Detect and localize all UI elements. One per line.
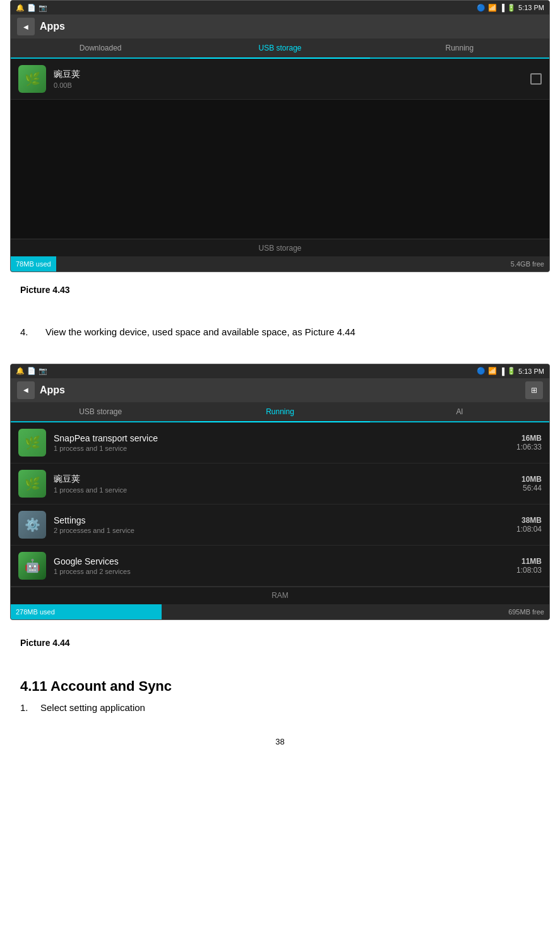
app-meta-settings: 38MB 1:08:04 <box>516 516 542 534</box>
item-text-4: View the working device, used space and … <box>45 325 355 340</box>
bluetooth-icon-2: 🔵 <box>477 367 486 375</box>
app-name-settings: Settings <box>54 515 509 525</box>
time-display-1: 5:13 PM <box>518 4 544 11</box>
app-desc-google: 1 process and 2 services <box>54 568 509 575</box>
action-button-2[interactable]: ⊞ <box>525 381 543 399</box>
status-bar-left-1: 🔔 📄 📷 <box>16 4 47 12</box>
app-icon-wandoujia-2: 🌿 <box>18 470 46 498</box>
app-name-wandoujia-2: 豌豆荚 <box>54 474 514 485</box>
app-name-snappea: SnapPea transport service <box>54 433 509 443</box>
app-icon-snappea: 🌿 <box>18 429 46 457</box>
list-text-1: Select setting application <box>40 702 145 713</box>
app-time-settings: 1:08:04 <box>516 525 542 534</box>
app-item-wandoujia-2[interactable]: 🌿 豌豆荚 1 process and 1 service 10MB 56:44 <box>11 463 549 505</box>
item-number-4: 4. <box>20 325 45 340</box>
back-button-2[interactable]: ◀ <box>17 381 35 399</box>
app-icon-wandoujia-1: 🌿 <box>18 65 46 93</box>
status-bar-right-2: 🔵 📶 ▐ 🔋 5:13 PM <box>477 367 544 375</box>
caption-area-1: Picture 4.43 <box>10 272 550 306</box>
app-item-google[interactable]: 🤖 Google Services 1 process and 2 servic… <box>11 546 549 587</box>
back-button-1[interactable]: ◀ <box>17 18 35 35</box>
app-name-google: Google Services <box>54 556 509 566</box>
storage-free-1: 5.4GB free <box>56 256 549 272</box>
app-icon-google: 🤖 <box>18 552 46 580</box>
back-icon-1: ◀ <box>23 23 28 30</box>
signal-icon: ▐ <box>499 4 504 11</box>
battery-icon: 🔋 <box>507 4 516 12</box>
caption-area-2: Picture 4.44 <box>10 625 550 659</box>
app-item-settings[interactable]: ⚙️ Settings 2 processes and 1 service 38… <box>11 505 549 546</box>
app-info-settings: Settings 2 processes and 1 service <box>54 515 509 534</box>
app-desc-wandoujia-2: 1 process and 1 service <box>54 486 514 494</box>
empty-area-1 <box>11 100 549 239</box>
caption-1: Picture 4.43 <box>20 285 540 295</box>
status-bar-1: 🔔 📄 📷 🔵 📶 ▐ 🔋 5:13 PM <box>11 1 549 15</box>
app-time-google: 1:08:03 <box>516 566 542 575</box>
list-item-1: 1. Select setting application <box>20 702 540 713</box>
storage-free-2: 695MB free <box>162 604 549 619</box>
tab-bar-2: USB storage Running Al <box>11 402 549 422</box>
app-list-1: 🌿 豌豆荚 0.00B <box>11 59 549 239</box>
app-size-settings: 38MB <box>516 516 542 525</box>
list-bullet-1: 1. <box>20 702 40 713</box>
bottom-label-1: USB storage <box>11 239 549 256</box>
storage-used-1: 78MB used <box>11 256 56 272</box>
storage-bar-1: 78MB used 5.4GB free <box>11 256 549 272</box>
app-header-1: ◀ Apps <box>11 15 549 39</box>
tab-bar-1: Downloaded USB storage Running <box>11 39 549 59</box>
tab-running[interactable]: Running <box>370 39 549 57</box>
app-info-google: Google Services 1 process and 2 services <box>54 556 509 575</box>
camera-icon-2: 📷 <box>39 367 47 375</box>
wifi-icon-2: 📶 <box>488 367 497 375</box>
camera-icon: 📷 <box>39 4 47 12</box>
app-size-snappea: 16MB <box>516 434 542 443</box>
wifi-icon: 📶 <box>488 4 497 12</box>
app-list-2: 🌿 SnapPea transport service 1 process an… <box>11 422 549 587</box>
notification-icon-2: 🔔 <box>16 367 25 375</box>
app-desc-snappea: 1 process and 1 service <box>54 445 509 452</box>
time-display-2: 5:13 PM <box>518 367 544 375</box>
bluetooth-icon: 🔵 <box>477 4 486 12</box>
storage-bar-2: 278MB used 695MB free <box>11 604 549 619</box>
tab-usb-storage[interactable]: USB storage <box>190 39 369 59</box>
ram-label: RAM <box>11 587 549 604</box>
app-title-2: Apps <box>40 385 65 396</box>
section-area: 4.11 Account and Sync 1. Select setting … <box>10 659 550 724</box>
app-info-snappea: SnapPea transport service 1 process and … <box>54 433 509 452</box>
back-icon-2: ◀ <box>23 386 28 393</box>
app-desc-wandoujia-1: 0.00B <box>54 81 523 89</box>
app-checkbox-1[interactable] <box>530 73 542 85</box>
app-name-wandoujia-1: 豌豆荚 <box>54 69 523 80</box>
storage-used-2: 278MB used <box>11 604 162 619</box>
tab-al-2[interactable]: Al <box>370 402 549 421</box>
battery-icon-2: 🔋 <box>507 367 516 375</box>
app-desc-settings: 2 processes and 1 service <box>54 527 509 534</box>
notification-icon: 🔔 <box>16 4 25 12</box>
android-screen-2: 🔔 📄 📷 🔵 📶 ▐ 🔋 5:13 PM ◀ Apps ⊞ <box>10 364 550 620</box>
tab-usb-storage-2[interactable]: USB storage <box>11 402 190 421</box>
app-icon-settings: ⚙️ <box>18 511 46 539</box>
android-screen-1: 🔔 📄 📷 🔵 📶 ▐ 🔋 5:13 PM ◀ Apps Downlo <box>10 0 550 272</box>
numbered-items-area: 4. View the working device, used space a… <box>10 306 550 359</box>
signal-icon-2: ▐ <box>499 367 504 375</box>
file-icon-2: 📄 <box>27 367 36 375</box>
app-header-2: ◀ Apps ⊞ <box>11 378 549 402</box>
app-time-wandoujia-2: 56:44 <box>521 484 542 493</box>
app-meta-google: 11MB 1:08:03 <box>516 557 542 575</box>
tab-downloaded[interactable]: Downloaded <box>11 39 190 57</box>
file-icon: 📄 <box>27 4 36 12</box>
screen2-wrapper: 🔔 📄 📷 🔵 📶 ▐ 🔋 5:13 PM ◀ Apps ⊞ <box>10 364 550 620</box>
status-bar-2: 🔔 📄 📷 🔵 📶 ▐ 🔋 5:13 PM <box>11 364 549 378</box>
action-icon-2: ⊞ <box>531 386 537 395</box>
app-size-wandoujia-2: 10MB <box>521 475 542 484</box>
status-bar-right-1: 🔵 📶 ▐ 🔋 5:13 PM <box>477 4 544 12</box>
app-meta-snappea: 16MB 1:06:33 <box>516 434 542 451</box>
numbered-item-4: 4. View the working device, used space a… <box>20 325 540 340</box>
app-meta-wandoujia-2: 10MB 56:44 <box>521 475 542 493</box>
tab-running-2[interactable]: Running <box>190 402 369 422</box>
app-time-snappea: 1:06:33 <box>516 443 542 451</box>
app-size-google: 11MB <box>516 557 542 566</box>
app-item-snappea[interactable]: 🌿 SnapPea transport service 1 process an… <box>11 422 549 463</box>
app-item-wandoujia-1[interactable]: 🌿 豌豆荚 0.00B <box>11 59 549 100</box>
section-heading: 4.11 Account and Sync <box>20 678 540 695</box>
